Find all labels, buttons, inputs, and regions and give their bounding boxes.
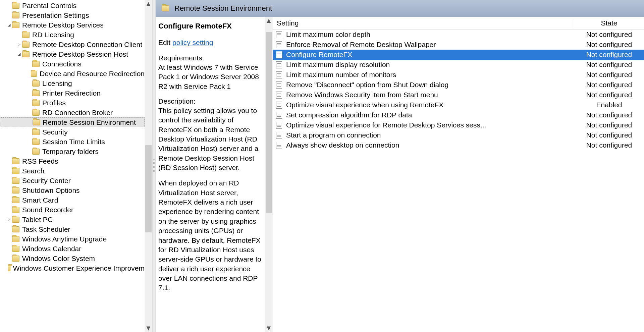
- scroll-track[interactable]: [145, 8, 152, 324]
- setting-row[interactable]: Optimize visual experience when using Re…: [273, 100, 644, 110]
- folder-icon: [22, 51, 30, 57]
- column-state[interactable]: State: [574, 19, 644, 27]
- tree-node[interactable]: Device and Resource Redirection: [0, 69, 145, 78]
- requirements-text: At least Windows 7 with Service Pack 1 o…: [158, 63, 261, 91]
- scroll-thumb[interactable]: [145, 145, 152, 232]
- setting-row[interactable]: Limit maximum number of monitorsNot conf…: [273, 70, 644, 80]
- tree-node[interactable]: Session Time Limits: [0, 137, 145, 147]
- tree-label: RD Licensing: [32, 31, 74, 39]
- folder-icon: [22, 42, 30, 48]
- setting-row[interactable]: Start a program on connectionNot configu…: [273, 130, 644, 140]
- tree-node[interactable]: Task Scheduler: [0, 224, 145, 234]
- tree-label: Remote Session Environment: [43, 118, 136, 126]
- folder-icon: [31, 71, 37, 77]
- setting-name: Limit maximum display resolution: [286, 61, 390, 69]
- tree-node[interactable]: Temporary folders: [0, 147, 145, 156]
- setting-row[interactable]: Limit maximum display resolutionNot conf…: [273, 60, 644, 70]
- setting-row[interactable]: Enforce Removal of Remote Desktop Wallpa…: [273, 40, 644, 50]
- tree-node[interactable]: ◢Remote Desktop Session Host: [0, 49, 145, 59]
- collapse-icon[interactable]: ◢: [16, 52, 22, 56]
- setting-state: Not configured: [574, 31, 644, 39]
- tree-label: Search: [22, 167, 45, 175]
- setting-row[interactable]: Remove Windows Security item from Start …: [273, 90, 644, 100]
- tree-node[interactable]: Shutdown Options: [0, 185, 145, 195]
- scroll-track[interactable]: [265, 24, 273, 324]
- tree-node[interactable]: Windows Customer Experience Improvem: [0, 263, 145, 273]
- tree-node[interactable]: Smart Card: [0, 195, 145, 205]
- tree-node[interactable]: Connections: [0, 59, 145, 69]
- setting-row[interactable]: Limit maximum color depthNot configured: [273, 30, 644, 40]
- tree-label: Printer Redirection: [42, 89, 101, 97]
- list-scrollbar[interactable]: ▲ ▼: [265, 17, 273, 332]
- tree-node[interactable]: Windows Color System: [0, 254, 145, 263]
- scroll-up-icon[interactable]: ▲: [145, 0, 152, 8]
- scroll-up-icon[interactable]: ▲: [265, 17, 273, 24]
- edit-row: Edit policy setting: [158, 39, 261, 47]
- expand-icon[interactable]: ▷: [6, 217, 12, 222]
- expand-icon[interactable]: ▷: [16, 42, 22, 47]
- tree-label: Connections: [42, 60, 82, 68]
- tree-label: Windows Customer Experience Improvem: [13, 264, 145, 272]
- tree-label: Parental Controls: [22, 2, 76, 10]
- scroll-down-icon[interactable]: ▼: [265, 324, 273, 332]
- tree-node[interactable]: Sound Recorder: [0, 205, 145, 215]
- tree-node[interactable]: Presentation Settings: [0, 10, 145, 20]
- setting-row[interactable]: Set compression algorithm for RDP dataNo…: [273, 110, 644, 120]
- setting-cell: Configure RemoteFX: [273, 51, 574, 59]
- tree-node[interactable]: ▷Tablet PC: [0, 215, 145, 224]
- description-p2: When deployed on an RD Virtualization Ho…: [158, 178, 261, 292]
- collapse-icon[interactable]: ◢: [6, 23, 12, 27]
- tree-node[interactable]: Windows Calendar: [0, 244, 145, 254]
- tree-node[interactable]: RSS Feeds: [0, 156, 145, 166]
- tree-node[interactable]: Licensing: [0, 78, 145, 88]
- policy-icon: [276, 81, 282, 89]
- tree-label: Shutdown Options: [22, 186, 80, 195]
- tree-node[interactable]: Remote Session Environment: [0, 117, 145, 127]
- tree-node[interactable]: ◢Remote Desktop Services: [0, 20, 145, 30]
- folder-icon: [162, 5, 169, 11]
- scroll-thumb[interactable]: [266, 32, 272, 213]
- setting-row[interactable]: Always show desktop on connectionNot con…: [273, 140, 644, 150]
- setting-cell: Limit maximum color depth: [273, 31, 574, 39]
- folder-icon: [12, 187, 19, 193]
- tree-label: Licensing: [42, 79, 72, 88]
- folder-icon: [8, 265, 10, 271]
- tree-node[interactable]: RD Connection Broker: [0, 108, 145, 117]
- tree-node[interactable]: Printer Redirection: [0, 88, 145, 98]
- tree-node[interactable]: Security Center: [0, 176, 145, 185]
- nav-tree[interactable]: Parental ControlsPresentation Settings◢R…: [0, 0, 152, 332]
- tree-node[interactable]: Windows Anytime Upgrade: [0, 234, 145, 244]
- setting-cell: Enforce Removal of Remote Desktop Wallpa…: [273, 41, 574, 49]
- tree-scrollbar[interactable]: ▲ ▼: [145, 0, 152, 332]
- setting-name: Optimize visual experience when using Re…: [286, 101, 443, 109]
- tree-node[interactable]: Security: [0, 127, 145, 137]
- main-panel: Remote Session Environment Configure Rem…: [156, 0, 644, 332]
- tree-label: Temporary folders: [42, 148, 99, 156]
- settings-list[interactable]: ▲ ▼ Setting State Limit maximum color de…: [265, 17, 644, 332]
- policy-title: Configure RemoteFX: [158, 22, 261, 31]
- column-setting[interactable]: Setting: [273, 19, 574, 27]
- policy-icon: [276, 122, 282, 129]
- folder-icon: [33, 119, 40, 125]
- setting-row[interactable]: Optimize visual experience for Remote De…: [273, 120, 644, 130]
- tree-node[interactable]: ▷Remote Desktop Connection Client: [0, 40, 145, 49]
- folder-icon: [32, 149, 40, 155]
- tree-label: Security Center: [22, 177, 71, 185]
- tree-node[interactable]: Search: [0, 166, 145, 176]
- policy-icon: [276, 102, 282, 109]
- vertical-splitter[interactable]: [152, 0, 156, 332]
- setting-row[interactable]: Configure RemoteFXNot configured: [273, 50, 644, 60]
- policy-icon: [276, 132, 282, 139]
- tree-label: Windows Color System: [22, 255, 95, 263]
- edit-policy-link[interactable]: policy setting: [172, 39, 213, 46]
- folder-icon: [12, 12, 19, 18]
- setting-row[interactable]: Remove "Disconnect" option from Shut Dow…: [273, 80, 644, 90]
- folder-icon: [12, 217, 19, 223]
- scroll-down-icon[interactable]: ▼: [145, 324, 152, 332]
- tree-node[interactable]: RD Licensing: [0, 30, 145, 40]
- setting-cell: Set compression algorithm for RDP data: [273, 111, 574, 119]
- tree-node[interactable]: Parental Controls: [0, 1, 145, 10]
- tree-label: Profiles: [42, 99, 66, 107]
- tree-node[interactable]: Profiles: [0, 98, 145, 108]
- column-header-row[interactable]: Setting State: [273, 17, 644, 30]
